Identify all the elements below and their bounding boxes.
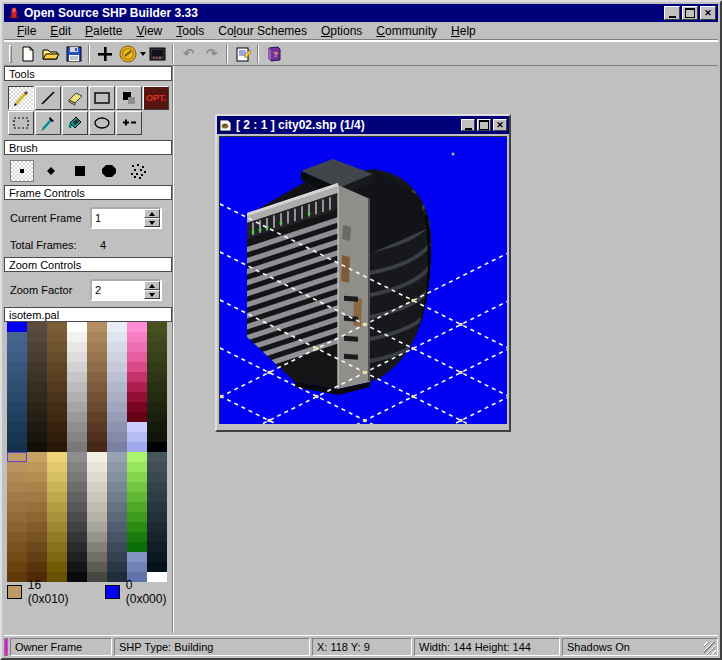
palette-cell[interactable] xyxy=(87,422,107,432)
palette-cell[interactable] xyxy=(107,512,127,522)
palette-cell[interactable] xyxy=(47,472,67,482)
palette-cell[interactable] xyxy=(27,552,47,562)
palette-cell[interactable] xyxy=(127,392,147,402)
palette-cell[interactable] xyxy=(147,462,167,472)
palette-cell[interactable] xyxy=(47,322,67,332)
eraser-tool-button[interactable] xyxy=(62,86,88,110)
palette-cell[interactable] xyxy=(87,502,107,512)
palette-cell[interactable] xyxy=(47,332,67,342)
palette-cell[interactable] xyxy=(147,442,167,452)
palette-cell[interactable] xyxy=(7,372,27,382)
palette-cell[interactable] xyxy=(87,562,107,572)
palette-cell[interactable] xyxy=(127,382,147,392)
palette-cell[interactable] xyxy=(87,482,107,492)
palette-cell[interactable] xyxy=(67,382,87,392)
brush-square-button[interactable] xyxy=(68,160,92,182)
menu-item-view[interactable]: View xyxy=(129,23,169,39)
palette-cell[interactable] xyxy=(87,552,107,562)
palette-cell[interactable] xyxy=(27,322,47,332)
palette-cell[interactable] xyxy=(7,342,27,352)
palette-cell[interactable] xyxy=(147,392,167,402)
center-frame-button[interactable] xyxy=(93,43,116,65)
current-frame-up-button[interactable] xyxy=(144,209,160,218)
palette-cell[interactable] xyxy=(107,392,127,402)
palette-cell[interactable] xyxy=(127,342,147,352)
palette-cell[interactable] xyxy=(67,322,87,332)
palette-cell[interactable] xyxy=(107,432,127,442)
palette-cell[interactable] xyxy=(27,432,47,442)
palette-cell[interactable] xyxy=(87,512,107,522)
palette-cell[interactable] xyxy=(107,462,127,472)
current-frame-down-button[interactable] xyxy=(144,218,160,227)
brush-small-square-button[interactable] xyxy=(10,160,34,182)
document-maximize-button[interactable] xyxy=(477,119,491,131)
rectangle-tool-button[interactable] xyxy=(89,86,115,110)
palette-cell[interactable] xyxy=(7,482,27,492)
opt-tool-button[interactable]: OPT. xyxy=(143,86,169,110)
brush-round-button[interactable] xyxy=(97,160,121,182)
palette-cell[interactable] xyxy=(7,432,27,442)
palette-cell[interactable] xyxy=(67,462,87,472)
palette-cell[interactable] xyxy=(147,452,167,462)
palette-cell[interactable] xyxy=(27,502,47,512)
pencil-tool-button[interactable] xyxy=(8,86,34,110)
palette-cell[interactable] xyxy=(27,542,47,552)
palette-cell[interactable] xyxy=(87,392,107,402)
save-file-button[interactable] xyxy=(62,43,85,65)
palette-cell[interactable] xyxy=(7,552,27,562)
palette-cell[interactable] xyxy=(147,322,167,332)
palette-cell[interactable] xyxy=(7,532,27,542)
properties-button[interactable] xyxy=(231,43,254,65)
palette-cell[interactable] xyxy=(67,412,87,422)
palette-cell[interactable] xyxy=(27,332,47,342)
screen-button[interactable] xyxy=(146,43,169,65)
palette-cell[interactable] xyxy=(67,552,87,562)
palette-cell[interactable] xyxy=(147,552,167,562)
background-colour-swatch[interactable] xyxy=(105,585,120,599)
palette-cell[interactable] xyxy=(67,362,87,372)
redo-button[interactable]: ↷ xyxy=(200,43,223,65)
palette-cell[interactable] xyxy=(87,402,107,412)
palette-cell[interactable] xyxy=(107,472,127,482)
palette-cell[interactable] xyxy=(47,412,67,422)
palette-cell[interactable] xyxy=(67,542,87,552)
palette-cell[interactable] xyxy=(27,482,47,492)
palette-cell[interactable] xyxy=(7,502,27,512)
palette-cell[interactable] xyxy=(87,342,107,352)
palette-cell[interactable] xyxy=(27,402,47,412)
palette-cell[interactable] xyxy=(27,562,47,572)
palette-cell[interactable] xyxy=(67,392,87,402)
menu-item-help[interactable]: Help xyxy=(444,23,483,39)
palette-cell[interactable] xyxy=(127,512,147,522)
menu-item-edit[interactable]: Edit xyxy=(43,23,78,39)
palette-cell[interactable] xyxy=(47,392,67,402)
palette-cell[interactable] xyxy=(47,512,67,522)
ellipse-tool-button[interactable] xyxy=(89,111,115,135)
palette-cell[interactable] xyxy=(67,562,87,572)
palette-cell[interactable] xyxy=(127,362,147,372)
palette-cell[interactable] xyxy=(127,462,147,472)
palette-cell[interactable] xyxy=(147,492,167,502)
palette-cell[interactable] xyxy=(107,442,127,452)
palette-cell[interactable] xyxy=(47,422,67,432)
palette-cell[interactable] xyxy=(27,382,47,392)
palette-cell[interactable] xyxy=(127,562,147,572)
palette-cell[interactable] xyxy=(47,442,67,452)
palette-cell[interactable] xyxy=(7,492,27,502)
palette-cell[interactable] xyxy=(127,352,147,362)
palette-cell[interactable] xyxy=(147,412,167,422)
menu-item-options[interactable]: Options xyxy=(314,23,369,39)
palette-cell[interactable] xyxy=(147,542,167,552)
menu-item-community[interactable]: Community xyxy=(369,23,444,39)
palette-cell[interactable] xyxy=(67,452,87,462)
palette-cell[interactable] xyxy=(27,512,47,522)
palette-cell[interactable] xyxy=(47,432,67,442)
palette-cell[interactable] xyxy=(27,412,47,422)
palette-cell[interactable] xyxy=(107,562,127,572)
palette-cell[interactable] xyxy=(47,352,67,362)
palette-cell[interactable] xyxy=(7,352,27,362)
document-window[interactable]: [ 2 : 1 ] city02.shp (1/4) xyxy=(215,114,511,432)
undo-button[interactable]: ↶ xyxy=(177,43,200,65)
palette-cell[interactable] xyxy=(7,462,27,472)
line-tool-button[interactable] xyxy=(35,86,61,110)
